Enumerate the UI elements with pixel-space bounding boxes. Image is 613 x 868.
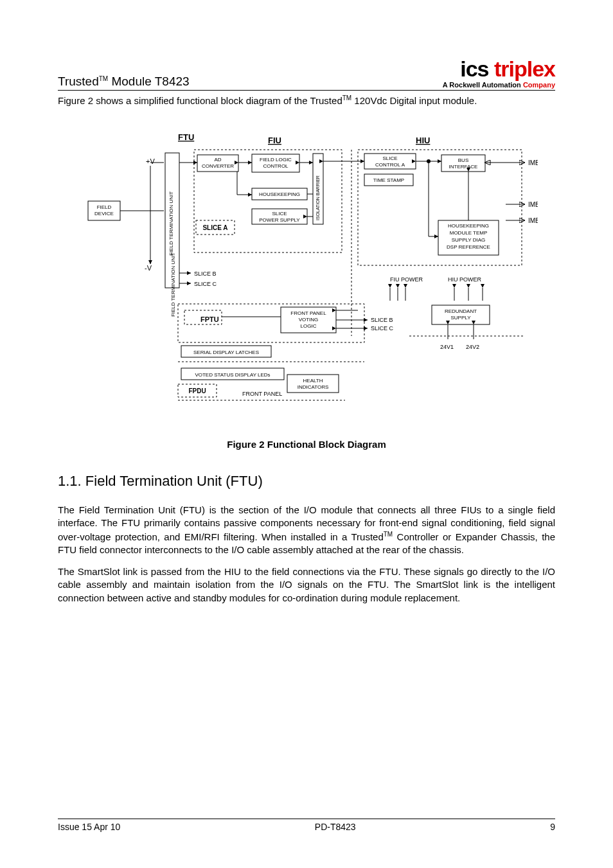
logo-triplex: triplex <box>489 57 555 81</box>
field-device-l1: FIELD <box>97 204 112 210</box>
para-2: The SmartSlot link is passed from the HI… <box>58 565 555 605</box>
minus-v: -V <box>145 264 152 272</box>
svg-text:CONVERTER: CONVERTER <box>202 163 234 169</box>
logo-main: ics triplex <box>443 58 555 80</box>
imb-c: IMB C <box>528 217 538 224</box>
section-number: 1.1. <box>58 473 82 489</box>
voted-leds: VOTED STATUS DISPLAY LEDs <box>195 372 270 378</box>
header-product: TrustedTM Module T8423 <box>58 75 190 89</box>
figure-caption: Figure 2 Functional Block Diagram <box>58 439 555 450</box>
footer-right: 9 <box>550 822 555 832</box>
hiu-hk-1: HOUSEKEEPING <box>448 223 489 229</box>
field-device-l2: DEVICE <box>94 211 114 217</box>
logo-sub-red: Company <box>523 81 555 89</box>
hiu-label: HIU <box>416 136 430 145</box>
ftu-rot-label: FIELD TERMINATION UNIT <box>168 191 174 256</box>
imb-a: IMB A <box>528 159 538 166</box>
hiu-power: HIU POWER <box>448 276 482 283</box>
v24-2: 24V2 <box>466 344 479 350</box>
intro-pre: Figure 2 shows a simplified functional b… <box>58 95 342 106</box>
fpvl-1: FRONT PANEL <box>290 310 326 316</box>
hi-1: HEALTH <box>303 378 323 384</box>
fpvl-2: VOTING <box>299 317 319 323</box>
iso-barrier: ISOLATION BARRIER <box>315 175 320 220</box>
para-1: The Field Termination Unit (FTU) is the … <box>58 504 555 556</box>
imb-b: IMB B <box>528 201 538 208</box>
hiu-hk-4: DSP REFERENCE <box>447 244 490 250</box>
fpdu: FPDU <box>188 387 206 394</box>
fpvl-3: LOGIC <box>301 323 317 329</box>
logo-block: ics triplex A Rockwell Automation Compan… <box>443 58 555 89</box>
diagram-svg: FTU FIU HIU +V -V FIELD DEVICE FIELD TER… <box>75 124 538 420</box>
fpvl-sc: SLICE C <box>371 325 394 332</box>
svg-text:AD: AD <box>214 157 221 163</box>
para1-tm: TM <box>384 531 393 538</box>
ftu-slice-b: SLICE B <box>194 270 217 277</box>
v24-1: 24V1 <box>440 344 454 350</box>
fpvl-sb: SLICE B <box>371 317 393 323</box>
rs-2: SUPPLY <box>451 315 472 321</box>
plus-v: +V <box>146 157 155 165</box>
tm-mark: TM <box>99 75 108 82</box>
fiu-label: FIU <box>268 136 281 145</box>
section-heading: 1.1. Field Termination Unit (FTU) <box>58 473 555 490</box>
footer-center: PD-T8423 <box>315 822 356 832</box>
rs-1: REDUNDANT <box>445 308 477 314</box>
svg-text:SLICE: SLICE <box>272 211 287 217</box>
field-term-unit: FIELD TERMINATION UNIT <box>170 252 176 317</box>
svg-text:POWER SUPPLY: POWER SUPPLY <box>259 217 300 223</box>
front-panel: FRONT PANEL <box>242 391 282 397</box>
housekeeping-box: HOUSEKEEPING <box>259 191 300 197</box>
hiu-hk-3: SUPPLY DIAG <box>452 237 486 243</box>
slice-a: SLICE A <box>202 224 227 231</box>
svg-text:CONTROL: CONTROL <box>263 163 289 169</box>
svg-text:FIELD LOGIC: FIELD LOGIC <box>260 157 292 163</box>
intro-post: 120Vdc Digital input module. <box>351 95 477 106</box>
logo-sub-black: A Rockwell Automation <box>443 81 523 89</box>
svg-text:BUS: BUS <box>458 157 468 163</box>
intro-tm: TM <box>342 94 351 102</box>
ftu-label: FTU <box>178 132 194 142</box>
page: TrustedTM Module T8423 ics triplex A Roc… <box>0 0 613 868</box>
product-prefix: Trusted <box>58 75 99 88</box>
serial-disp: SERIAL DISPLAY LATCHES <box>193 350 259 355</box>
footer-left: Issue 15 Apr 10 <box>58 822 120 832</box>
logo-sub: A Rockwell Automation Company <box>443 81 555 89</box>
svg-text:CONTROL A: CONTROL A <box>375 162 405 168</box>
hiu-hk-2: MODULE TEMP <box>450 230 488 236</box>
fptu: FPTU <box>200 315 219 323</box>
time-stamp: TIME STAMP <box>373 177 404 183</box>
logo-ics: ics <box>460 57 488 81</box>
page-footer: Issue 15 Apr 10 PD-T8423 9 <box>58 819 555 832</box>
block-diagram: FTU FIU HIU +V -V FIELD DEVICE FIELD TER… <box>58 124 555 420</box>
svg-text:INTERFACE: INTERFACE <box>449 164 478 170</box>
intro-text: Figure 2 shows a simplified functional b… <box>58 94 555 106</box>
product-suffix: Module T8423 <box>108 75 189 88</box>
page-header: TrustedTM Module T8423 ics triplex A Roc… <box>58 58 555 91</box>
svg-text:SLICE: SLICE <box>382 155 397 161</box>
fiu-power: FIU POWER <box>390 276 423 283</box>
ftu-slice-c: SLICE C <box>194 281 217 287</box>
section-title: Field Termination Unit (FTU) <box>85 473 263 489</box>
hi-2: INDICATORS <box>298 384 329 390</box>
